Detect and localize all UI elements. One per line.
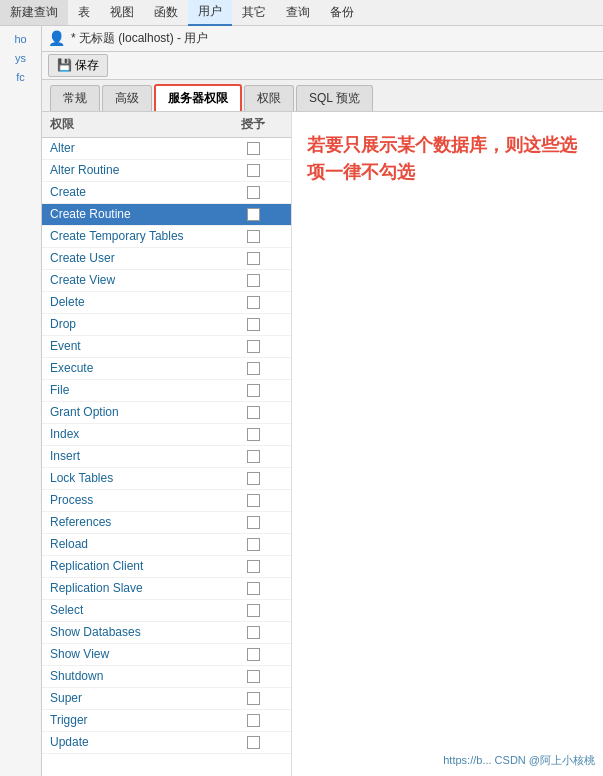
table-row: Replication Client — [42, 556, 291, 578]
breadcrumb-bar: 👤 * 无标题 (localhost) - 用户 — [42, 26, 603, 52]
table-row: File — [42, 380, 291, 402]
perm-name: Reload — [50, 537, 223, 551]
perm-checkbox-cell — [223, 230, 283, 243]
table-row: Update — [42, 732, 291, 754]
table-row: Create Temporary Tables — [42, 226, 291, 248]
nav-table[interactable]: 表 — [68, 0, 100, 25]
perm-checkbox[interactable] — [247, 362, 260, 375]
content-row: ho ys fc 👤 * 无标题 (localhost) - 用户 💾 保存 常… — [0, 26, 603, 776]
perm-name: Execute — [50, 361, 223, 375]
perm-checkbox[interactable] — [247, 538, 260, 551]
perm-name: Alter — [50, 141, 223, 155]
perm-checkbox[interactable] — [247, 384, 260, 397]
table-row: Super — [42, 688, 291, 710]
perm-checkbox[interactable] — [247, 230, 260, 243]
nav-new-query[interactable]: 新建查询 — [0, 0, 68, 25]
right-main: 👤 * 无标题 (localhost) - 用户 💾 保存 常规 高级 服务器权… — [42, 26, 603, 776]
nav-query[interactable]: 查询 — [276, 0, 320, 25]
perm-checkbox-cell — [223, 142, 283, 155]
perm-name: Process — [50, 493, 223, 507]
table-row: Index — [42, 424, 291, 446]
top-nav: 新建查询 表 视图 函数 用户 其它 查询 备份 — [0, 0, 603, 26]
tab-general[interactable]: 常规 — [50, 85, 100, 111]
perm-checkbox[interactable] — [247, 736, 260, 749]
perm-checkbox[interactable] — [247, 648, 260, 661]
perm-checkbox[interactable] — [247, 582, 260, 595]
perm-name: Select — [50, 603, 223, 617]
perm-checkbox[interactable] — [247, 142, 260, 155]
perm-checkbox[interactable] — [247, 296, 260, 309]
perm-checkbox-cell — [223, 494, 283, 507]
perm-checkbox[interactable] — [247, 274, 260, 287]
perm-name: Show Databases — [50, 625, 223, 639]
perm-checkbox-cell — [223, 186, 283, 199]
table-row: Create — [42, 182, 291, 204]
perm-name: Create Temporary Tables — [50, 229, 223, 243]
perm-checkbox-cell — [223, 340, 283, 353]
perm-checkbox[interactable] — [247, 450, 260, 463]
perm-checkbox[interactable] — [247, 318, 260, 331]
user-icon: 👤 — [48, 30, 65, 46]
perm-name: Replication Slave — [50, 581, 223, 595]
table-row: Shutdown — [42, 666, 291, 688]
perm-checkbox[interactable] — [247, 516, 260, 529]
perm-checkbox-cell — [223, 362, 283, 375]
col-grant-header: 授予 — [223, 116, 283, 133]
perm-checkbox[interactable] — [247, 252, 260, 265]
perm-checkbox-cell — [223, 472, 283, 485]
perm-checkbox[interactable] — [247, 670, 260, 683]
perm-checkbox[interactable] — [247, 604, 260, 617]
perm-checkbox[interactable] — [247, 494, 260, 507]
perm-checkbox[interactable] — [247, 626, 260, 639]
perm-name: Replication Client — [50, 559, 223, 573]
perm-checkbox-cell — [223, 252, 283, 265]
perm-name: Insert — [50, 449, 223, 463]
perm-checkbox[interactable] — [247, 208, 260, 221]
save-button[interactable]: 💾 保存 — [48, 54, 108, 77]
nav-function[interactable]: 函数 — [144, 0, 188, 25]
perm-checkbox-cell — [223, 384, 283, 397]
tab-server-privs[interactable]: 服务器权限 — [154, 84, 242, 111]
perm-name: Drop — [50, 317, 223, 331]
nav-other[interactable]: 其它 — [232, 0, 276, 25]
perm-name: Alter Routine — [50, 163, 223, 177]
table-row: Insert — [42, 446, 291, 468]
nav-user[interactable]: 用户 — [188, 0, 232, 26]
table-row: References — [42, 512, 291, 534]
table-row: Process — [42, 490, 291, 512]
annotation-area: 若要只展示某个数据库，则这些选项一律不勾选 — [292, 112, 603, 776]
table-row: Drop — [42, 314, 291, 336]
table-row: Show View — [42, 644, 291, 666]
perm-checkbox[interactable] — [247, 714, 260, 727]
tabs-bar: 常规 高级 服务器权限 权限 SQL 预览 — [42, 80, 603, 112]
perm-checkbox-cell — [223, 538, 283, 551]
perm-name: Create — [50, 185, 223, 199]
perm-checkbox[interactable] — [247, 186, 260, 199]
perm-name: Show View — [50, 647, 223, 661]
perm-checkbox-cell — [223, 670, 283, 683]
perm-name: Index — [50, 427, 223, 441]
perm-checkbox[interactable] — [247, 472, 260, 485]
permissions-panel: 权限 授予 AlterAlter RoutineCreateCreate Rou… — [42, 112, 292, 776]
perm-checkbox[interactable] — [247, 164, 260, 177]
perm-checkbox[interactable] — [247, 428, 260, 441]
perm-checkbox-cell — [223, 560, 283, 573]
table-row: Reload — [42, 534, 291, 556]
perm-rows-container: AlterAlter RoutineCreateCreate RoutineCr… — [42, 138, 291, 754]
nav-view[interactable]: 视图 — [100, 0, 144, 25]
tab-sql-preview[interactable]: SQL 预览 — [296, 85, 373, 111]
perm-checkbox[interactable] — [247, 340, 260, 353]
tab-advanced[interactable]: 高级 — [102, 85, 152, 111]
table-row: Alter Routine — [42, 160, 291, 182]
perm-checkbox[interactable] — [247, 560, 260, 573]
table-row: Delete — [42, 292, 291, 314]
perm-checkbox-cell — [223, 296, 283, 309]
tab-privs[interactable]: 权限 — [244, 85, 294, 111]
perm-checkbox[interactable] — [247, 692, 260, 705]
table-row: Create View — [42, 270, 291, 292]
table-row: Trigger — [42, 710, 291, 732]
perm-name: Create User — [50, 251, 223, 265]
table-row: Create User — [42, 248, 291, 270]
perm-checkbox[interactable] — [247, 406, 260, 419]
nav-backup[interactable]: 备份 — [320, 0, 364, 25]
